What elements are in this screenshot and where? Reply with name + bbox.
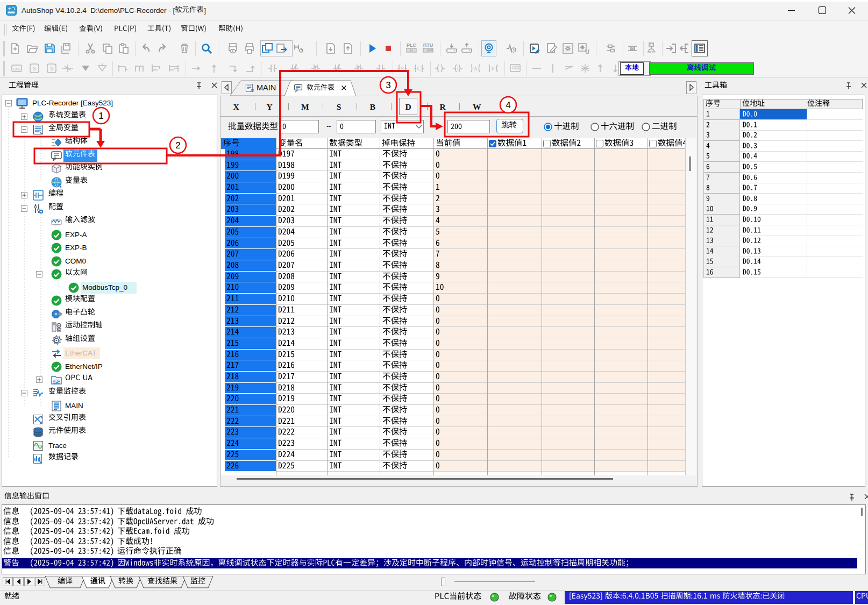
svg-text:3: 3	[386, 80, 390, 90]
svg-text:1: 1	[98, 111, 103, 121]
svg-text:2: 2	[175, 140, 180, 151]
svg-text:4: 4	[506, 100, 510, 110]
